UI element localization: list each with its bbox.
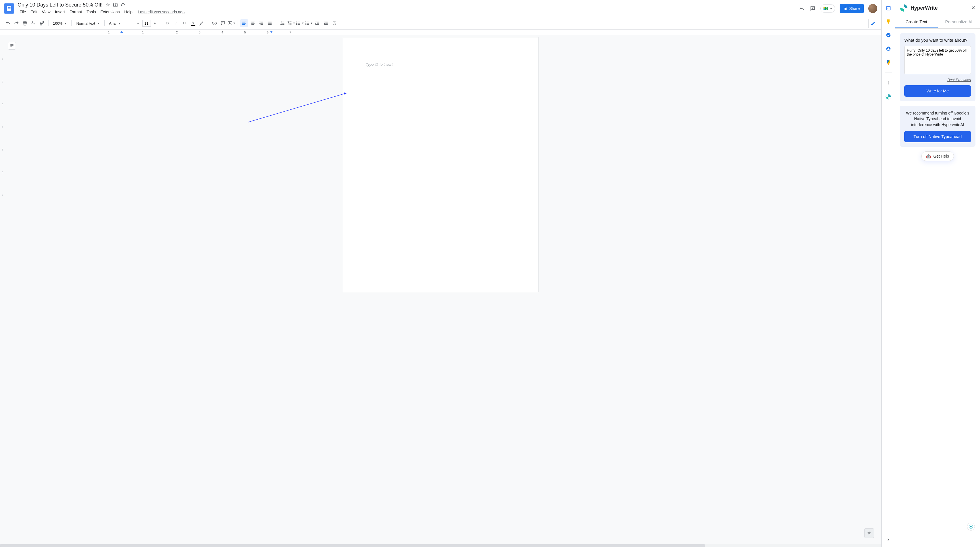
hyperwrite-addon-icon[interactable] <box>885 93 892 100</box>
document-page[interactable]: Type @ to insert <box>343 37 538 292</box>
ruler-tick: 4 <box>211 31 234 34</box>
write-prompt-card: What do you want to write about? Best Pr… <box>900 33 975 101</box>
checklist-button[interactable]: ▼ <box>287 19 295 27</box>
fontsize-input[interactable] <box>142 20 151 27</box>
calendar-icon[interactable]: 31 <box>885 5 892 11</box>
print-button[interactable] <box>21 19 29 27</box>
svg-point-23 <box>888 61 889 62</box>
line-spacing-button[interactable] <box>278 19 286 27</box>
undo-button[interactable] <box>4 19 12 27</box>
share-button[interactable]: Share <box>840 4 864 13</box>
vruler-tick: 5 <box>1 148 4 171</box>
close-icon[interactable]: ✕ <box>971 5 975 11</box>
vruler-tick: 4 <box>1 125 4 148</box>
tab-create-text[interactable]: Create Text <box>895 16 938 29</box>
menu-insert[interactable]: Insert <box>53 8 67 15</box>
editing-mode-button[interactable] <box>868 19 877 28</box>
lock-icon <box>843 6 848 11</box>
indent-decrease-button[interactable] <box>313 19 321 27</box>
font-dropdown[interactable]: Arial▼ <box>107 19 130 27</box>
tasks-icon[interactable] <box>885 32 892 38</box>
toolbar: 100%▼ Normal text▼ Arial▼ − + B I U A ▼ <box>0 17 881 30</box>
hyperwrite-fab-icon[interactable] <box>967 523 975 531</box>
text-color-button[interactable]: A <box>189 19 197 27</box>
doc-header: Only 10 Days Left to Secure 50% Off! ☆ F… <box>0 0 881 15</box>
menu-tools[interactable]: Tools <box>84 8 98 15</box>
docs-logo-icon[interactable] <box>4 3 14 14</box>
horizontal-ruler[interactable]: 1 1 2 3 4 5 6 7 <box>0 30 881 35</box>
horizontal-scrollbar[interactable] <box>0 544 881 547</box>
svg-line-14 <box>248 93 347 122</box>
bulleted-list-button[interactable]: ▼ <box>296 19 304 27</box>
outline-toggle-button[interactable] <box>8 42 16 49</box>
underline-button[interactable]: U <box>181 19 189 27</box>
best-practices-link[interactable]: Best Practices <box>904 78 971 82</box>
move-icon[interactable] <box>113 2 118 7</box>
side-panel-collapse-button[interactable]: › <box>888 536 889 542</box>
maps-icon[interactable] <box>885 59 892 66</box>
explore-button[interactable] <box>864 528 874 538</box>
star-icon[interactable]: ☆ <box>105 2 110 8</box>
align-justify-button[interactable] <box>266 19 274 27</box>
cloud-status-icon[interactable] <box>121 2 126 7</box>
insert-image-button[interactable]: ▼ <box>228 19 235 27</box>
turn-off-typeahead-button[interactable]: Turn off Native Typeahead <box>904 131 971 142</box>
add-comment-button[interactable] <box>219 19 227 27</box>
paint-format-button[interactable] <box>38 19 46 27</box>
prompt-textarea[interactable] <box>904 46 971 74</box>
clear-formatting-button[interactable] <box>330 19 338 27</box>
tab-personalize-ai[interactable]: Personalize AI <box>938 16 980 29</box>
menu-format[interactable]: Format <box>67 8 84 15</box>
editor-viewport[interactable]: 1 2 3 4 5 6 7 Type @ to insert <box>0 35 881 544</box>
zoom-dropdown[interactable]: 100%▼ <box>51 19 69 27</box>
indent-marker-left[interactable] <box>120 31 123 33</box>
svg-rect-18 <box>888 23 889 24</box>
svg-text:3: 3 <box>305 24 306 25</box>
separator <box>276 20 276 26</box>
ruler-tick: 3 <box>188 31 211 34</box>
svg-point-26 <box>902 6 905 9</box>
get-help-button[interactable]: 🤖 Get Help <box>921 151 954 161</box>
comments-icon[interactable] <box>810 5 816 12</box>
zoom-value: 100% <box>53 21 62 25</box>
numbered-list-button[interactable]: 123▼ <box>305 19 313 27</box>
last-edit-link[interactable]: Last edit was seconds ago <box>138 10 185 14</box>
fontsize-increase-button[interactable]: + <box>151 19 159 27</box>
style-dropdown[interactable]: Normal text▼ <box>74 19 102 27</box>
svg-point-10 <box>297 24 297 25</box>
align-right-button[interactable] <box>257 19 265 27</box>
highlight-button[interactable] <box>198 19 205 27</box>
vruler-tick: 2 <box>1 80 4 103</box>
insert-link-button[interactable] <box>210 19 218 27</box>
italic-button[interactable]: I <box>172 19 180 27</box>
menu-file[interactable]: File <box>18 8 28 15</box>
align-left-button[interactable] <box>240 19 248 27</box>
keep-icon[interactable] <box>885 18 892 25</box>
spellcheck-button[interactable] <box>30 19 37 27</box>
meet-button[interactable]: ▼ <box>820 4 835 13</box>
hyperwrite-panel: HyperWrite ✕ Create Text Personalize AI … <box>895 0 980 547</box>
menu-help[interactable]: Help <box>122 8 134 15</box>
ruler-tick: 7 <box>279 31 302 34</box>
get-help-label: Get Help <box>933 154 949 159</box>
document-title[interactable]: Only 10 Days Left to Secure 50% Off! <box>18 2 103 8</box>
redo-button[interactable] <box>13 19 21 27</box>
fontsize-decrease-button[interactable]: − <box>134 19 142 27</box>
indent-marker-right[interactable] <box>270 31 273 33</box>
align-center-button[interactable] <box>249 19 257 27</box>
write-for-me-button[interactable]: Write for Me <box>904 85 971 97</box>
svg-point-28 <box>970 526 972 527</box>
contacts-icon[interactable] <box>885 45 892 52</box>
get-addons-button[interactable]: + <box>885 80 892 86</box>
menu-edit[interactable]: Edit <box>29 8 40 15</box>
bold-button[interactable]: B <box>164 19 172 27</box>
vruler-tick <box>1 35 4 57</box>
vertical-ruler[interactable]: 1 2 3 4 5 6 7 <box>1 35 4 544</box>
menu-extensions[interactable]: Extensions <box>99 8 122 15</box>
menu-view[interactable]: View <box>40 8 52 15</box>
indent-increase-button[interactable] <box>322 19 330 27</box>
activity-icon[interactable] <box>799 5 805 12</box>
separator <box>161 20 161 26</box>
share-label: Share <box>849 6 860 11</box>
account-avatar[interactable] <box>868 4 877 13</box>
